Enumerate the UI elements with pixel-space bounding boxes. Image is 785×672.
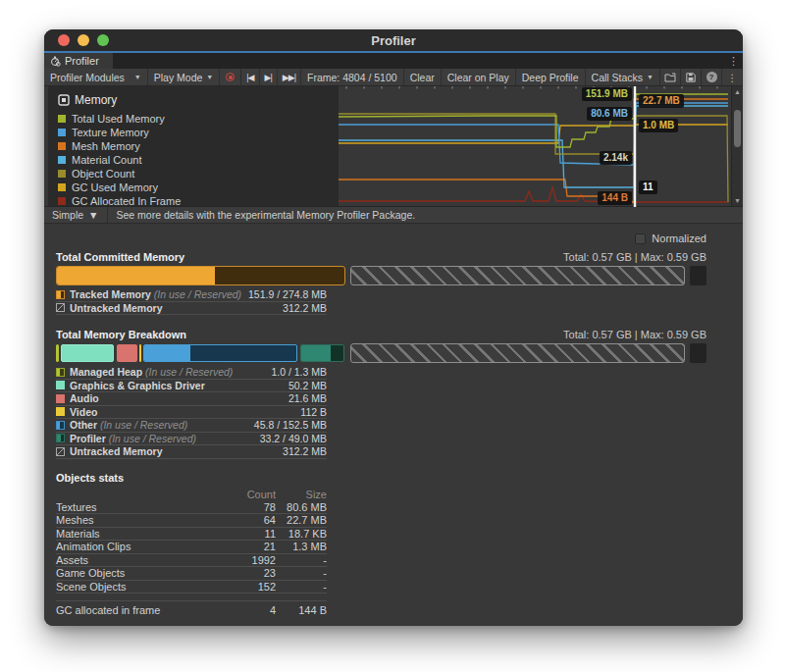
legend-row[interactable]: Other (In use / Reserved) 45.8 / 152.5 M… (56, 419, 327, 433)
window-title: Profiler (371, 33, 416, 48)
series-color-swatch (58, 197, 66, 205)
profiler-modules-dropdown[interactable]: Profiler Modules ▼ (44, 69, 148, 85)
minimize-window-button[interactable] (78, 34, 89, 46)
legend-row[interactable]: Untracked Memory 312.2 MB (56, 445, 327, 459)
graphics-segment[interactable] (61, 344, 114, 362)
chart-value-label: 80.6 MB (587, 107, 632, 121)
table-row[interactable]: Assets 1992 - (56, 554, 327, 568)
legend-value: 151.9 / 274.8 MB (248, 288, 327, 300)
play-mode-dropdown[interactable]: Play Mode ▼ (148, 69, 221, 85)
module-legend-item[interactable]: GC Allocated In Frame (58, 194, 329, 208)
record-icon (226, 73, 235, 81)
module-legend-item[interactable]: GC Used Memory (58, 181, 329, 194)
call-stacks-dropdown[interactable]: Call Stacks ▼ (586, 69, 660, 85)
next-frame-button[interactable]: ▶| (260, 69, 278, 85)
zoom-window-button[interactable] (97, 34, 109, 46)
module-legend-item[interactable]: Mesh Memory (58, 139, 329, 153)
audio-segment[interactable] (117, 344, 137, 362)
record-button[interactable] (220, 69, 241, 85)
details-view-mode-label: Simple (52, 209, 83, 221)
chart-value-label: 22.7 MB (639, 94, 684, 108)
current-frame-icon: ▶▶| (283, 73, 295, 82)
row-size: 18.7 KB (276, 528, 327, 540)
toolbar-menu-button[interactable]: ⋮ (722, 69, 743, 85)
toolbar-right-icons: ? ⋮ (660, 69, 743, 85)
chart-value-label: 2.14k (600, 151, 632, 165)
other-segment[interactable] (143, 344, 297, 362)
legend-row[interactable]: Profiler (In use / Reserved) 33.2 / 49.0… (56, 433, 327, 446)
chart-scrollbar[interactable]: ▲ ▼ (731, 86, 743, 206)
table-row[interactable]: Scene Objects 152 - (56, 581, 327, 594)
chevron-down-icon: ▼ (206, 74, 213, 80)
legend-row[interactable]: Audio 21.6 MB (56, 392, 327, 406)
memory-module-header[interactable]: Memory (58, 93, 329, 107)
untracked-memory-bar[interactable] (350, 266, 685, 285)
legend-value: 33.2 / 49.0 MB (260, 433, 327, 444)
managed-heap-segment[interactable] (56, 344, 59, 362)
legend-label: Profiler (70, 433, 106, 444)
other-icon (56, 421, 65, 430)
module-legend-item[interactable]: Material Count (58, 153, 329, 167)
section-totals: Total: 0.57 GB | Max: 0.59 GB (563, 329, 706, 340)
tab-bar-menu-icon[interactable]: ⋮ (728, 53, 739, 69)
load-profile-button[interactable] (660, 69, 681, 85)
profiler-segment[interactable] (300, 344, 344, 362)
row-label: Assets (56, 554, 222, 566)
table-row[interactable]: Materials 11 18.7 KB (56, 528, 327, 542)
legend-row[interactable]: Managed Heap (In use / Reserved) 1.0 / 1… (56, 366, 327, 380)
untracked-memory-icon (56, 447, 65, 456)
untracked-memory-icon (56, 303, 65, 312)
legend-row[interactable]: Graphics & Graphics Driver 50.2 MB (56, 380, 327, 393)
scroll-down-icon[interactable]: ▼ (732, 197, 743, 204)
objects-stats-section: Objects stats Count Size Textures 78 80.… (56, 472, 327, 614)
legend-label: Managed Heap (70, 366, 142, 378)
current-frame-button[interactable]: ▶▶| (278, 69, 301, 85)
tracked-memory-bar[interactable] (56, 266, 345, 285)
details-view-dropdown[interactable]: Simple ▼ (44, 207, 108, 223)
save-profile-button[interactable] (681, 69, 702, 85)
managed-heap-icon (56, 368, 65, 377)
chevron-down-icon: ▼ (134, 74, 141, 80)
memory-breakdown-legend: Managed Heap (In use / Reserved) 1.0 / 1… (56, 366, 327, 459)
video-segment[interactable] (139, 344, 141, 362)
normalized-checkbox[interactable] (635, 233, 646, 244)
help-button[interactable]: ? (702, 69, 722, 85)
clear-button[interactable]: Clear (404, 69, 442, 85)
series-label: GC Allocated In Frame (72, 195, 181, 207)
previous-frame-button[interactable]: |◀ (241, 69, 259, 85)
memory-module-icon (58, 94, 70, 106)
table-row[interactable]: Animation Clips 21 1.3 MB (56, 541, 327, 554)
clear-on-play-label: Clear on Play (447, 72, 509, 83)
table-row[interactable]: Textures 78 80.6 MB (56, 501, 327, 515)
row-label: Textures (56, 501, 222, 513)
deep-profile-toggle[interactable]: Deep Profile (516, 69, 586, 85)
clear-on-play-toggle[interactable]: Clear on Play (442, 69, 516, 85)
module-legend-item[interactable]: Total Used Memory (58, 112, 329, 126)
legend-row[interactable]: Video 112 B (56, 406, 327, 420)
row-size: 1.3 MB (276, 541, 327, 552)
video-icon (56, 407, 65, 416)
memory-chart[interactable]: 151.9 MB22.7 MB80.6 MB1.0 MB2.14k11144 B (339, 86, 731, 207)
legend-row[interactable]: Tracked Memory (In use / Reserved) 151.9… (56, 288, 327, 302)
legend-row[interactable]: Untracked Memory 312.2 MB (56, 302, 327, 316)
tab-profiler[interactable]: Profiler (44, 53, 113, 69)
memory-breakdown-header: Total Memory Breakdown Total: 0.57 GB | … (56, 325, 706, 340)
objects-stats-header: Count Size (56, 488, 327, 501)
legend-label: Audio (70, 392, 99, 404)
scrollbar-thumb[interactable] (734, 110, 741, 147)
table-row[interactable]: Meshes 64 22.7 MB (56, 514, 327, 528)
module-legend-item[interactable]: Texture Memory (58, 126, 329, 139)
titlebar[interactable]: Profiler (44, 29, 743, 51)
memory-profiler-hint: See more details with the experimental M… (108, 207, 425, 223)
legend-label: Other (70, 419, 97, 431)
close-window-button[interactable] (58, 34, 70, 46)
series-color-swatch (58, 183, 66, 191)
untracked-memory-bar[interactable] (350, 343, 685, 363)
row-label: Scene Objects (56, 581, 222, 593)
scroll-up-icon[interactable]: ▲ (732, 88, 743, 95)
table-row[interactable]: Game Objects 23 - (56, 567, 327, 581)
module-legend-item[interactable]: Object Count (58, 167, 329, 181)
profiler-stopwatch-icon (50, 56, 61, 67)
previous-frame-icon: |◀ (246, 73, 253, 82)
gc-allocated-row[interactable]: GC allocated in frame 4 144 B (56, 600, 327, 613)
